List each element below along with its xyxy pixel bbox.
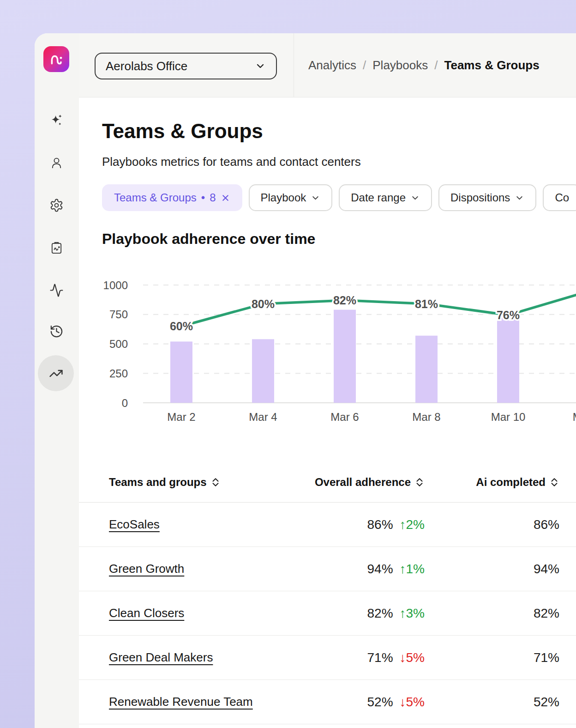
sidebar [35, 33, 79, 728]
sidebar-item-activity[interactable] [46, 280, 66, 300]
header-teams-and-groups[interactable]: Teams and groups [109, 476, 258, 489]
chevron-down-icon [515, 193, 524, 203]
svg-text:Mar 12: Mar 12 [573, 411, 576, 423]
breadcrumb-separator: / [434, 58, 438, 73]
chart-canvas: 02505007501000Mar 2Mar 4Mar 6Mar 8Mar 10… [79, 275, 576, 434]
ai-logo-icon [47, 50, 66, 68]
history-icon [49, 324, 64, 339]
sidebar-item-contacts[interactable] [46, 152, 66, 173]
breadcrumb-separator: / [363, 58, 366, 73]
breadcrumb-current: Teams & Groups [444, 58, 539, 73]
ai-completed-value: 82% [534, 606, 559, 621]
playbook-icon [49, 241, 64, 255]
team-link[interactable]: Renewable Revenue Team [109, 695, 253, 709]
filter-dropdown-dispositions[interactable]: Dispositions [438, 184, 536, 211]
svg-text:81%: 81% [415, 297, 438, 310]
svg-text:80%: 80% [252, 297, 275, 310]
svg-text:Mar 2: Mar 2 [167, 411, 195, 423]
svg-text:Mar 10: Mar 10 [491, 411, 526, 423]
filter-chip-bullet: • [201, 191, 205, 204]
sidebar-item-analytics[interactable] [38, 355, 74, 391]
svg-text:76%: 76% [497, 309, 520, 322]
svg-text:Mar 8: Mar 8 [412, 411, 440, 423]
sidebar-item-settings[interactable] [46, 195, 66, 215]
filter-chip-teams-groups[interactable]: Teams & Groups • 8 [102, 184, 242, 211]
trending-up-icon [49, 366, 63, 381]
filter-dropdown-label: Co [555, 191, 569, 204]
svg-text:500: 500 [109, 338, 128, 350]
page-subtitle: Playbooks metrics for teams and contact … [102, 155, 361, 169]
adherence-delta: ↓5% [400, 650, 425, 665]
app-logo[interactable] [43, 46, 69, 72]
filter-chip-count: 8 [210, 191, 216, 204]
adherence-chart: 02505007501000Mar 2Mar 4Mar 6Mar 8Mar 10… [79, 275, 576, 434]
table-row: Green Deal Makers71%↓5%71% [79, 636, 576, 680]
activity-icon [49, 283, 64, 297]
overall-adherence-value: 71% [367, 650, 393, 665]
overall-adherence-value: 82% [367, 606, 393, 621]
team-link[interactable]: Green Growth [109, 562, 184, 576]
close-icon[interactable] [221, 193, 230, 203]
header-ai-completed[interactable]: Ai completed [425, 476, 559, 489]
adherence-delta: ↓5% [400, 695, 425, 710]
filter-bar: Teams & Groups • 8 Playbook Date range D… [102, 184, 576, 211]
ai-completed-value: 52% [534, 695, 559, 710]
filter-dropdown-playbook[interactable]: Playbook [249, 184, 333, 211]
sparkles-icon [49, 113, 64, 127]
filter-dropdown-label: Playbook [261, 191, 306, 204]
top-bar: Aerolabs Office Analytics / Playbooks / … [79, 33, 576, 97]
svg-text:1000: 1000 [103, 279, 128, 291]
chevron-down-icon [410, 193, 420, 203]
team-link[interactable]: Green Deal Makers [109, 650, 213, 665]
sidebar-item-ai-assistant[interactable] [46, 110, 66, 130]
adherence-delta: ↑1% [400, 562, 425, 576]
filter-chip-label: Teams & Groups [114, 191, 197, 204]
workspace-name: Aerolabs Office [106, 59, 187, 73]
sort-icon[interactable] [549, 477, 559, 487]
user-icon [49, 156, 64, 170]
workspace-selector[interactable]: Aerolabs Office [95, 53, 277, 79]
breadcrumb-analytics[interactable]: Analytics [308, 58, 356, 73]
team-link[interactable]: Clean Closers [109, 606, 184, 620]
svg-text:82%: 82% [333, 294, 356, 307]
header-divider [294, 33, 294, 97]
svg-text:Mar 4: Mar 4 [249, 411, 277, 423]
header-overall-adherence[interactable]: Overall adherence [258, 476, 425, 489]
ai-completed-value: 94% [534, 562, 559, 576]
filter-dropdown-label: Date range [351, 191, 406, 204]
ai-completed-value: 71% [534, 650, 559, 665]
filter-dropdown-label: Dispositions [450, 191, 510, 204]
table-row: Clean Closers82%↑3%82% [79, 591, 576, 636]
overall-adherence-value: 94% [367, 562, 393, 576]
svg-text:60%: 60% [170, 320, 193, 333]
chart-title: Playbook adherence over time [102, 231, 315, 248]
app-window: Aerolabs Office Analytics / Playbooks / … [35, 33, 576, 728]
chevron-down-icon [311, 193, 320, 203]
ai-completed-value: 86% [534, 517, 559, 532]
sidebar-item-history[interactable] [46, 321, 66, 341]
sort-icon[interactable] [414, 477, 425, 487]
sidebar-item-playbooks[interactable] [46, 237, 66, 258]
table-body: EcoSales86%↑2%86%Green Growth94%↑1%94%Cl… [79, 503, 576, 724]
overall-adherence-value: 86% [367, 517, 393, 532]
gear-icon [49, 198, 64, 212]
filter-dropdown-clipped[interactable]: Co [543, 184, 576, 211]
breadcrumb: Analytics / Playbooks / Teams & Groups [308, 33, 576, 97]
page-title: Teams & Groups [102, 120, 263, 143]
adherence-delta: ↑2% [400, 517, 425, 532]
table-row: Green Growth94%↑1%94% [79, 547, 576, 591]
breadcrumb-playbooks[interactable]: Playbooks [372, 58, 428, 73]
adherence-delta: ↑3% [400, 606, 425, 621]
svg-text:Mar 6: Mar 6 [330, 411, 359, 423]
sort-icon[interactable] [210, 477, 221, 487]
svg-text:0: 0 [122, 397, 128, 409]
team-link[interactable]: EcoSales [109, 517, 160, 532]
overall-adherence-value: 52% [367, 695, 393, 710]
chevron-down-icon [255, 61, 266, 72]
main-content: Teams & Groups Playbooks metrics for tea… [79, 97, 576, 728]
teams-table: Teams and groups Overall adherence Ai co… [79, 462, 576, 724]
svg-text:250: 250 [109, 367, 128, 380]
table-row: EcoSales86%↑2%86% [79, 503, 576, 547]
table-header-row: Teams and groups Overall adherence Ai co… [79, 462, 576, 503]
filter-dropdown-date-range[interactable]: Date range [339, 184, 432, 211]
